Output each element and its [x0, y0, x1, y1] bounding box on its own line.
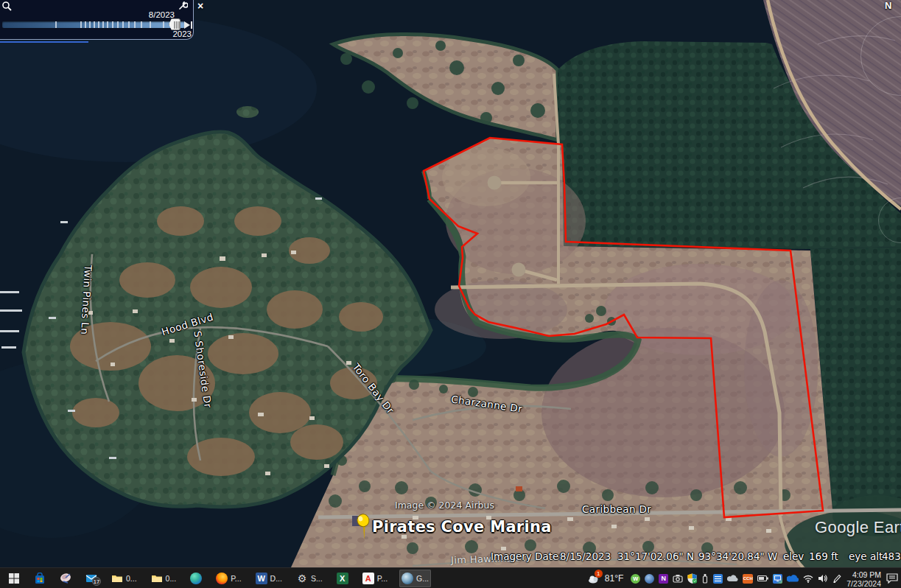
- onenote-tray-icon[interactable]: N: [659, 574, 668, 584]
- google-earth-label: G...: [416, 574, 429, 583]
- taskbar-clock[interactable]: 4:09 PM 7/23/2024: [846, 568, 881, 588]
- taskbar-item-excel[interactable]: X: [334, 570, 351, 587]
- display-settings-tray-icon[interactable]: [773, 574, 782, 584]
- elev-value: 169 ft: [809, 550, 838, 562]
- eye-alt-value: 4837 ft: [882, 550, 901, 562]
- action-center-icon[interactable]: [886, 573, 898, 584]
- windows-start-icon: [8, 573, 20, 584]
- timeline-close-icon[interactable]: ×: [197, 0, 203, 12]
- satellite-dish-icon: [60, 573, 71, 584]
- taskbar-item-folder-2[interactable]: 0...: [149, 570, 179, 587]
- street-label-caribbean-dr: Caribbean Dr: [582, 503, 651, 515]
- taskbar-item-folder-1[interactable]: 0...: [109, 570, 139, 587]
- taskbar-item-edge[interactable]: [188, 570, 204, 587]
- weather-widget[interactable]: 1 81°F: [586, 570, 625, 587]
- imagery-date-value: 8/15/2023: [560, 550, 611, 562]
- system-tray: w N: [631, 573, 841, 584]
- camera-tray-icon[interactable]: [673, 574, 683, 583]
- timeline-next-button[interactable]: [183, 21, 193, 29]
- firefox-label: P...: [231, 574, 241, 583]
- usb-tray-icon[interactable]: [701, 573, 709, 584]
- start-button[interactable]: [6, 570, 22, 587]
- zoom-to-range-icon[interactable]: [1, 1, 12, 11]
- clock-time: 4:09 PM: [846, 570, 881, 579]
- google-earth-icon: [402, 573, 413, 584]
- mail-icon: 17: [85, 573, 97, 584]
- clock-date: 7/23/2024: [846, 579, 881, 588]
- cch-tray-icon[interactable]: CCH: [743, 574, 753, 584]
- settings-gear-icon: ⚙: [296, 573, 308, 584]
- taskbar-item-store[interactable]: [32, 570, 48, 587]
- imagery-copyright: Image © 2024 Airbus: [395, 500, 494, 511]
- timeline-slider-handle[interactable]: [169, 18, 180, 30]
- historical-imagery-panel: 8/2023 2023: [0, 0, 194, 40]
- word-icon: W: [256, 573, 267, 584]
- acrobat-label: P...: [377, 574, 388, 583]
- latitude-value: 31°17'02.06" N: [617, 550, 694, 562]
- timeline-settings-wrench-icon[interactable]: [178, 1, 188, 10]
- word-label: D...: [270, 574, 282, 583]
- taskbar-item-firefox[interactable]: P...: [214, 570, 243, 587]
- security-shield-tray-icon[interactable]: [687, 573, 697, 584]
- desktop: Twin Pines Ln Hood Blvd S Shoreside Dr T…: [0, 0, 901, 588]
- webroot-tray-icon[interactable]: w: [631, 574, 640, 584]
- wifi-tray-icon[interactable]: [803, 575, 813, 583]
- calculator-tray-icon[interactable]: [713, 574, 723, 584]
- elev-label: elev: [783, 550, 804, 562]
- folder-icon: [151, 573, 163, 584]
- edge-browser-icon: [190, 573, 202, 584]
- timeline-current-date: 8/2023: [149, 10, 175, 19]
- taskbar-item-acrobat[interactable]: A P...: [360, 570, 390, 587]
- status-bar: Imagery Date: 8/15/2023 31°17'02.06" N 9…: [0, 550, 901, 565]
- google-earth-watermark: Google Earth: [815, 518, 901, 537]
- google-earth-map-view[interactable]: Twin Pines Ln Hood Blvd S Shoreside Dr T…: [0, 0, 901, 567]
- settings-label: S...: [311, 574, 323, 583]
- compass-north-indicator[interactable]: N: [885, 0, 891, 11]
- satellite-imagery: [0, 0, 901, 567]
- placemark-label[interactable]: Pirates Cove Marina: [372, 518, 552, 536]
- weather-cloud-icon: 1: [588, 573, 600, 584]
- eye-alt-label: eye alt: [849, 550, 883, 562]
- volume-tray-icon[interactable]: [818, 574, 828, 583]
- timeline-slider-track[interactable]: [2, 21, 185, 28]
- microsoft-store-icon: [34, 573, 46, 584]
- weather-alert-badge: 1: [595, 570, 603, 578]
- temperature-label: 81°F: [605, 573, 623, 584]
- imagery-date-label: Imagery Date:: [491, 550, 562, 562]
- globe-tray-icon[interactable]: [645, 574, 654, 584]
- taskbar-item-satellite-app[interactable]: [57, 570, 74, 587]
- taskbar-item-settings[interactable]: ⚙ S...: [294, 570, 325, 587]
- timeline-end-year: 2023: [172, 29, 192, 38]
- pen-tray-icon[interactable]: [832, 574, 841, 584]
- cloud-tray-icon[interactable]: [727, 575, 738, 582]
- onedrive-tray-icon[interactable]: [787, 575, 799, 582]
- taskbar-item-mail[interactable]: 17: [83, 570, 99, 587]
- firefox-icon: [216, 573, 228, 584]
- folder-icon: [111, 573, 123, 584]
- excel-icon: X: [337, 573, 348, 584]
- battery-tray-icon[interactable]: [757, 575, 768, 582]
- acrobat-pdf-icon: A: [362, 573, 374, 584]
- windows-taskbar: 17 0... 0...: [0, 567, 901, 588]
- taskbar-item-google-earth[interactable]: G...: [399, 570, 431, 587]
- timeline-range-bar: [0, 41, 88, 43]
- mail-unread-badge: 17: [92, 577, 101, 586]
- taskbar-item-word[interactable]: W D...: [253, 570, 284, 587]
- longitude-value: 93°34'20.84" W: [698, 550, 777, 562]
- folder-2-label: 0...: [166, 574, 177, 583]
- folder-1-label: 0...: [126, 574, 137, 583]
